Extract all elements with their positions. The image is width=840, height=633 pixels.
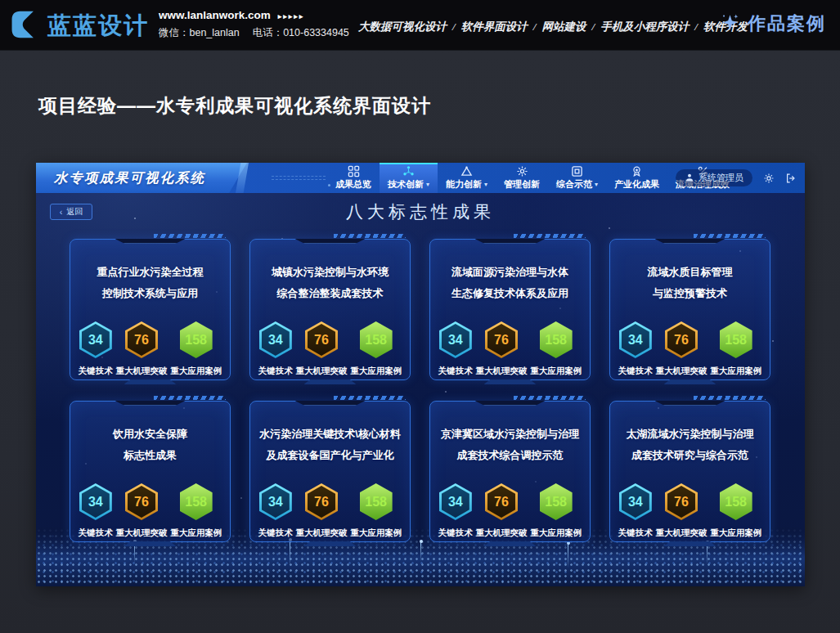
nav-item-demo[interactable]: 综合示范▾ (548, 163, 606, 193)
card-top-notch-decoration (295, 239, 366, 244)
achievement-card[interactable]: 京津冀区域水污染控制与治理 成套技术综合调控示范 34 关键技术 76 重大机理… (429, 401, 591, 542)
hexagon-badge: 76 (125, 483, 158, 520)
chevron-down-icon: ▾ (595, 181, 598, 188)
medal-icon (631, 165, 643, 177)
circuit-decoration (272, 173, 326, 183)
portfolio-label: 作品案例 (748, 11, 826, 36)
card-stripe-decoration (694, 234, 766, 238)
card-title: 京津冀区域水污染控制与治理 成套技术综合调控示范 (430, 424, 590, 466)
website-url[interactable]: www.lanlanwork.com (159, 9, 271, 21)
stat-application: 158 重大应用案例 (350, 321, 402, 377)
stat-value: 158 (545, 495, 567, 510)
nav-right-group: 系统管理员 (676, 163, 797, 193)
card-stripe-decoration (694, 396, 766, 400)
card-bottom-notch-decoration (484, 379, 537, 384)
stat-label: 重大应用案例 (710, 366, 761, 377)
wechat-label: 微信： (159, 27, 190, 38)
nav-item-industrial[interactable]: 产业化成果 (606, 163, 667, 193)
stat-value: 158 (185, 495, 207, 510)
achievement-card[interactable]: 重点行业水污染全过程 控制技术系统与应用 34 关键技术 76 重大机理突破 1… (70, 239, 231, 380)
achievement-card[interactable]: 饮用水安全保障 标志性成果 34 关键技术 76 重大机理突破 158 重大应用… (70, 401, 231, 542)
card-title: 城镇水污染控制与水环境 综合整治整装成套技术 (250, 262, 410, 304)
nav-item-overview[interactable]: 成果总览 (327, 163, 380, 193)
logout-icon[interactable] (785, 173, 797, 184)
stat-application: 158 重大应用案例 (530, 321, 582, 377)
stat-value: 34 (448, 333, 463, 348)
service-separator: / (592, 20, 595, 33)
nav-item-management[interactable]: 管理创新 (496, 163, 548, 193)
hexagon-badge: 34 (79, 321, 112, 358)
stat-breakthrough: 76 重大机理突破 (655, 483, 707, 539)
card-stripe-decoration (514, 396, 586, 400)
card-bottom-notch-decoration (304, 379, 357, 384)
achievement-card[interactable]: 城镇水污染控制与水环境 综合整治整装成套技术 34 关键技术 76 重大机理突破… (249, 239, 411, 380)
card-stripe-decoration (154, 234, 226, 238)
stat-value: 158 (725, 333, 747, 348)
app-logo-banner: 水专项成果可视化系统 (36, 163, 247, 193)
settings-gear-icon[interactable] (763, 173, 775, 184)
app-nav-bar: 水专项成果可视化系统 成果总览技术创新▾能力创新▾管理创新综合示范▾产业化成果流… (36, 163, 805, 193)
hexagon-badge: 34 (439, 321, 472, 358)
wechat-value: ben_lanlan (190, 27, 240, 38)
card-title-line2: 及成套设备国产化与产业化 (250, 445, 410, 466)
stat-label: 重大应用案例 (170, 528, 222, 539)
achievement-card[interactable]: 太湖流域水污染控制与治理 成套技术研究与综合示范 34 关键技术 76 重大机理… (609, 401, 770, 542)
achievement-card[interactable]: 水污染治理关键技术\核心材料 及成套设备国产化与产业化 34 关键技术 76 重… (249, 401, 411, 542)
achievement-card[interactable]: 流域面源污染治理与水体 生态修复技术体系及应用 34 关键技术 76 重大机理突… (429, 239, 591, 380)
hexagon-badge: 158 (180, 483, 213, 520)
stat-value: 76 (134, 333, 149, 348)
hexagon-badge: 76 (125, 321, 158, 358)
stat-value: 158 (365, 495, 387, 510)
portfolio-link[interactable]: 作品案例 (720, 11, 826, 36)
stat-label: 重大应用案例 (530, 528, 582, 539)
stat-label: 重大机理突破 (295, 528, 347, 539)
chevron-down-icon: ▾ (484, 181, 487, 188)
user-account-button[interactable]: 系统管理员 (676, 169, 752, 186)
card-title-line1: 重点行业水污染全过程 (70, 262, 230, 283)
nav-item-tech-innovation[interactable]: 技术创新▾ (380, 163, 438, 193)
stat-value: 76 (494, 333, 509, 348)
service-item: 网站建设 (542, 20, 586, 33)
stat-label: 重大机理突破 (295, 366, 347, 377)
nav-item-capability[interactable]: 能力创新▾ (438, 163, 496, 193)
card-title-line2: 生态修复技术体系及应用 (430, 283, 590, 304)
page-body: 项目经验——水专利成果可视化系统界面设计 水专项成果可视化系统 成果总览技术创新… (0, 51, 840, 633)
page-title: 项目经验——水专利成果可视化系统界面设计 (38, 93, 431, 119)
stat-breakthrough: 76 重大机理突破 (295, 321, 347, 377)
card-stats: 34 关键技术 76 重大机理突破 158 重大应用案例 (430, 321, 590, 377)
stat-breakthrough: 76 重大机理突破 (295, 483, 347, 539)
stat-value: 158 (725, 495, 747, 510)
card-stats: 34 关键技术 76 重大机理突破 158 重大应用案例 (70, 321, 230, 377)
card-title: 饮用水安全保障 标志性成果 (70, 424, 230, 466)
card-top-notch-decoration (475, 239, 546, 244)
achievement-card[interactable]: 流域水质目标管理 与监控预警技术 34 关键技术 76 重大机理突破 158 重… (609, 239, 770, 380)
stat-value: 34 (628, 495, 643, 510)
stat-breakthrough: 76 重大机理突破 (475, 321, 527, 377)
hexagon-badge: 76 (305, 483, 338, 520)
stat-key-tech: 34 关键技术 (618, 483, 653, 539)
card-top-notch-decoration (115, 239, 186, 244)
brand[interactable]: 蓝蓝设计 (8, 8, 149, 44)
hexagon-badge: 34 (619, 321, 652, 358)
stat-label: 重大机理突破 (115, 366, 167, 377)
app-screenshot: 水专项成果可视化系统 成果总览技术创新▾能力创新▾管理创新综合示范▾产业化成果流… (36, 163, 805, 586)
stat-value: 76 (314, 495, 329, 510)
service-separator: / (452, 20, 456, 33)
hexagon-badge: 158 (360, 321, 393, 358)
card-top-notch-decoration (475, 401, 546, 406)
section-title: 八大标志性成果 (36, 200, 805, 223)
card-title-line2: 成套技术综合调控示范 (430, 445, 590, 466)
hexagon-badge: 158 (720, 483, 752, 520)
site-header: 蓝蓝设计 www.lanlanwork.com▸▸▸▸▸ 微信：ben_lanl… (0, 0, 840, 51)
stat-label: 关键技术 (258, 366, 293, 377)
card-bottom-notch-decoration (304, 541, 357, 546)
stat-label: 关键技术 (79, 528, 113, 539)
card-stats: 34 关键技术 76 重大机理突破 158 重大应用案例 (430, 483, 590, 539)
card-title: 水污染治理关键技术\核心材料 及成套设备国产化与产业化 (250, 424, 410, 466)
card-bottom-notch-decoration (484, 541, 537, 546)
app-title: 水专项成果可视化系统 (54, 169, 205, 187)
stat-breakthrough: 76 重大机理突破 (655, 321, 707, 377)
stat-label: 关键技术 (618, 528, 653, 539)
hexagon-badge: 34 (259, 483, 292, 520)
stat-value: 76 (674, 333, 689, 348)
